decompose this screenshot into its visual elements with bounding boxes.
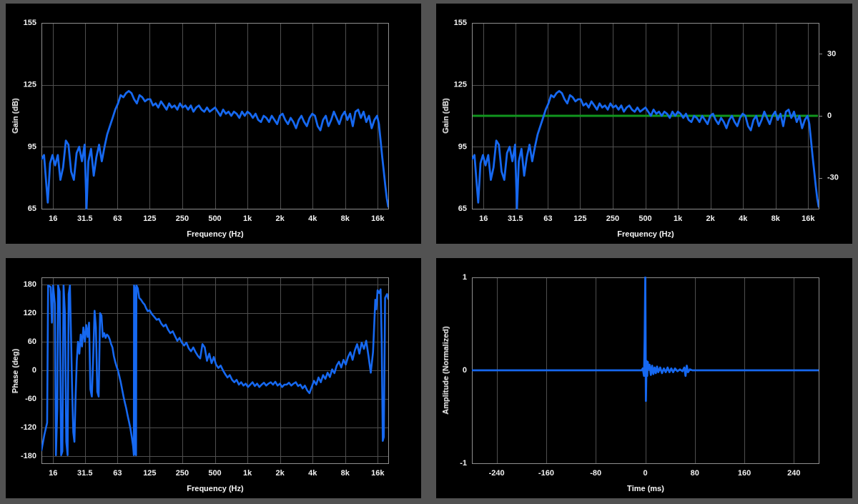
phase-response-chart[interactable] [6,258,421,498]
phase-y-axis-title: Phase (deg) [11,349,19,393]
audio-analyzer-window: Gain (dB) Frequency (Hz) Gain (dB) Frequ… [0,0,858,504]
gain-response-with-reference-panel: Gain (dB) Frequency (Hz) [436,4,852,244]
gain-response-with-reference-chart[interactable] [436,4,852,244]
phase-response-panel: Phase (deg) Frequency (Hz) [6,258,421,498]
gain2-x-axis-title: Frequency (Hz) [617,229,674,238]
impulse-response-panel: Amplitude (Normalized) Time (ms) [436,258,852,498]
impulse-response-chart[interactable] [436,258,852,498]
gain2-y-axis-title: Gain (dB) [441,98,450,134]
impulse-x-axis-title: Time (ms) [627,484,664,493]
gain-x-axis-title: Frequency (Hz) [187,229,243,238]
gain-y-axis-title: Gain (dB) [11,98,19,134]
gain-response-panel: Gain (dB) Frequency (Hz) [6,4,421,244]
impulse-y-axis-title: Amplitude (Normalized) [441,326,450,414]
gain-response-chart[interactable] [6,4,421,244]
phase-x-axis-title: Frequency (Hz) [187,484,243,493]
